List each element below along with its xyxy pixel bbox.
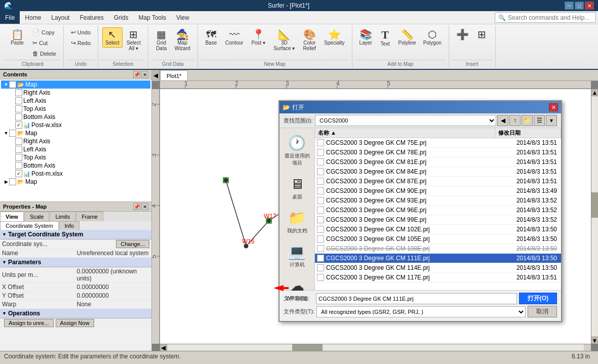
file-check-75e[interactable]: [317, 139, 324, 146]
search-input[interactable]: [508, 14, 589, 21]
file-check-111e[interactable]: [317, 255, 324, 262]
file-check-90e[interactable]: [317, 187, 324, 194]
menu-grids[interactable]: Grids: [109, 11, 134, 24]
contents-pin-btn[interactable]: 📌: [133, 71, 140, 78]
delete-button[interactable]: 🗑 Delete: [29, 49, 59, 59]
file-check-84e[interactable]: [317, 168, 324, 175]
checkbox-map1[interactable]: ✓: [9, 81, 16, 88]
location-up-btn[interactable]: ↑: [509, 115, 521, 126]
file-item-93e[interactable]: CGCS2000 3 Degree GK CM 93E.prj 2014/8/3…: [315, 196, 561, 206]
file-item-84e[interactable]: CGCS2000 3 Degree GK CM 84E.prj 2014/8/3…: [315, 167, 561, 177]
polyline-button[interactable]: 📏 Polyline: [395, 27, 419, 48]
location-view-btn[interactable]: ☰: [534, 115, 545, 126]
params-expander[interactable]: ▼: [2, 260, 7, 265]
checkbox-post-w[interactable]: ✓: [15, 122, 22, 129]
menu-map-tools[interactable]: Map Tools: [133, 11, 171, 24]
base-button[interactable]: 🗺 Base: [202, 27, 220, 48]
file-check-93e[interactable]: [317, 197, 324, 204]
copy-button[interactable]: 📄 Copy: [29, 27, 59, 37]
polygon-button[interactable]: ⬡ Polygon: [420, 27, 445, 48]
file-item-90e[interactable]: CGCS2000 3 Degree GK CM 90E.prj 2014/8/3…: [315, 186, 561, 196]
tab-view[interactable]: View: [0, 212, 24, 221]
location-select[interactable]: CGCS2000: [315, 115, 496, 126]
close-btn[interactable]: ✕: [585, 2, 594, 10]
grid-data-button[interactable]: ▦ GridData: [152, 27, 171, 53]
tree-item-left-axis2[interactable]: Left Axis: [1, 145, 150, 153]
cut-button[interactable]: ✂ Cut: [29, 38, 59, 48]
menu-layout[interactable]: Layout: [46, 11, 74, 24]
tree-item-map3[interactable]: ▶ 📂 Map: [1, 178, 150, 186]
cancel-btn[interactable]: 取消: [528, 306, 557, 317]
tab-frame[interactable]: Frame: [76, 212, 103, 221]
tree-item-right-axis2[interactable]: Right Axis: [1, 137, 150, 145]
checkbox-top-axis2[interactable]: [15, 154, 22, 161]
tree-item-post-m[interactable]: ✓ 📊 Post-m.xlsx: [1, 170, 150, 178]
file-check-87e[interactable]: [317, 178, 324, 185]
ops-expander[interactable]: ▼: [2, 311, 7, 316]
sidebar-documents[interactable]: 📁 我的文档: [282, 207, 312, 237]
file-item-87e[interactable]: CGCS2000 3 Degree GK CM 87E.prj 2014/8/3…: [315, 177, 561, 186]
change-button[interactable]: Change...: [116, 240, 149, 248]
checkbox-right-axis2[interactable]: [15, 138, 22, 145]
filetype-select[interactable]: All recognized types (GSR2, GSR, PRJ, ): [316, 306, 526, 317]
contents-close-btn[interactable]: ✕: [141, 71, 148, 78]
insert-plus-button[interactable]: ➕: [453, 27, 472, 42]
section-expander[interactable]: ▼: [2, 232, 7, 237]
file-check-96e[interactable]: [317, 207, 324, 214]
menu-view[interactable]: View: [171, 11, 194, 24]
specialty-button[interactable]: ⭐ Specialty: [321, 27, 348, 48]
color-relief-button[interactable]: 🎨 ColorRelief: [300, 27, 319, 53]
contour-button[interactable]: 〰 Contour: [222, 27, 247, 48]
file-item-81e[interactable]: CGCS2000 3 Degree GK CM 81E.prj 2014/8/3…: [315, 157, 561, 167]
tree-item-map2[interactable]: ▼ 📂 Map: [1, 129, 150, 137]
text-button[interactable]: T Text: [376, 27, 394, 49]
col-date[interactable]: 修改日期: [495, 128, 561, 138]
paste-button[interactable]: 📋 Paste: [6, 27, 28, 48]
menu-features[interactable]: Features: [74, 11, 108, 24]
file-item-75e[interactable]: CGCS2000 3 Degree GK CM 75E.prj 2014/8/3…: [315, 138, 561, 148]
open-btn[interactable]: 打开(O): [519, 293, 557, 304]
checkbox-left-axis2[interactable]: [15, 146, 22, 153]
dialog-close-btn[interactable]: ✕: [549, 103, 558, 111]
expander-map1[interactable]: ▼: [3, 82, 9, 87]
file-item-99e[interactable]: CGCS2000 3 Degree GK CM 99E.prj 2014/8/3…: [315, 215, 561, 225]
file-check-117e[interactable]: [317, 274, 324, 281]
checkbox-bottom-axis2[interactable]: [15, 162, 22, 169]
checkbox-right-axis1[interactable]: [15, 89, 22, 96]
file-item-102e[interactable]: CGCS2000 3 Degree GK CM 102E.prj 2014/8/…: [315, 225, 561, 234]
file-check-81e[interactable]: [317, 158, 324, 166]
checkbox-map2[interactable]: [9, 130, 16, 137]
col-name[interactable]: 名称 ▲: [315, 128, 495, 138]
coord-tab-info[interactable]: Info: [59, 221, 79, 230]
maximize-btn[interactable]: □: [575, 2, 584, 10]
sidebar-desktop[interactable]: 🖥 桌面: [282, 173, 312, 203]
tree-item-right-axis1[interactable]: Right Axis: [1, 89, 150, 97]
insert-more-button[interactable]: ⊞: [473, 27, 491, 42]
file-item-114e[interactable]: CGCS2000 3 Degree GK CM 114E.prj 2014/8/…: [315, 263, 561, 273]
file-check-105e[interactable]: [317, 235, 324, 242]
location-new-folder-btn[interactable]: 📁: [522, 115, 533, 126]
file-check-108e[interactable]: [317, 245, 324, 252]
coord-tab-system[interactable]: Coordinate System: [0, 221, 59, 230]
properties-close-btn[interactable]: ✕: [141, 203, 148, 210]
tab-limits[interactable]: Limits: [50, 212, 75, 221]
filename-input[interactable]: [316, 293, 517, 304]
tree-item-post-w[interactable]: ✓ 📊 Post-w.xlsx: [1, 121, 150, 129]
checkbox-bottom-axis1[interactable]: [15, 113, 22, 120]
3d-surface-button[interactable]: 📐 3DSurface ▾: [270, 27, 298, 53]
post-button[interactable]: 📍 Post ▾: [248, 27, 268, 48]
select-button[interactable]: ↖ Select: [102, 27, 123, 48]
assign-now-btn[interactable]: Assign Now: [56, 319, 94, 327]
layer-button[interactable]: 📚 Layer: [356, 27, 375, 48]
checkbox-post-m[interactable]: ✓: [15, 170, 22, 177]
file-check-99e[interactable]: [317, 216, 324, 223]
tree-item-top-axis1[interactable]: Top Axis: [1, 105, 150, 113]
redo-button[interactable]: ↪ Redo: [68, 38, 94, 48]
file-item-108e[interactable]: CGCS2000 3 Degree GK CM 108E.prj 2014/8/…: [315, 244, 561, 254]
file-item-117e[interactable]: CGCS2000 3 Degree GK CM 117E.prj 2014/8/…: [315, 273, 561, 282]
checkbox-top-axis1[interactable]: [15, 105, 22, 112]
tree-item-map1[interactable]: ▼ ✓ 📂 Map: [1, 80, 150, 89]
file-item-78e[interactable]: CGCS2000 3 Degree GK CM 78E.prj 2014/8/3…: [315, 148, 561, 157]
sidebar-recent[interactable]: 🕐 最近使用的项目: [282, 132, 312, 169]
properties-pin-btn[interactable]: 📌: [133, 203, 140, 210]
